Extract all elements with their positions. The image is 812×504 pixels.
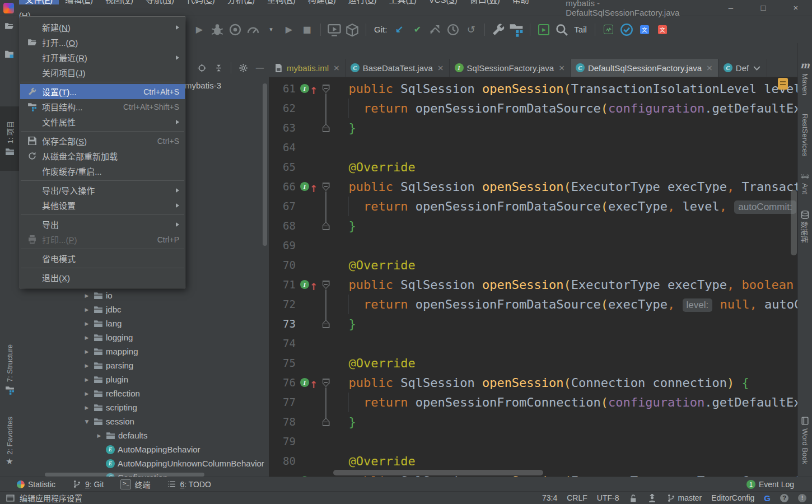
- expand-arrow-icon[interactable]: ▶: [83, 391, 91, 396]
- menubar-item-5[interactable]: 代码(C): [180, 0, 221, 4]
- fold-marker-icon[interactable]: [323, 320, 330, 328]
- translation-settings-icon[interactable]: ?: [780, 494, 788, 502]
- expand-arrow-icon[interactable]: ▶: [83, 293, 91, 298]
- file-menu-item-14[interactable]: 其他设置: [20, 198, 185, 213]
- editor-tab-BaseDataTest-java[interactable]: CBaseDataTest.java×: [346, 59, 450, 77]
- editor-horizontal-scrollbar[interactable]: [333, 470, 543, 475]
- toolbar-git-update-icon[interactable]: ↙: [392, 22, 407, 37]
- expand-arrow-icon[interactable]: ▼: [83, 419, 91, 424]
- lock-icon[interactable]: [628, 493, 638, 503]
- toolbar-git-commit-icon[interactable]: ✔: [410, 22, 424, 37]
- tree-item-lang[interactable]: ▶lang: [20, 316, 269, 330]
- editor-tab-SqlSessionFactory-java[interactable]: ISqlSessionFactory.java×: [450, 59, 571, 77]
- panel-settings-icon[interactable]: [239, 63, 248, 73]
- toolbar-run-icon[interactable]: ▶: [192, 22, 207, 37]
- implementing-method-gutter-icon[interactable]: I: [300, 182, 309, 191]
- file-menu-item-2[interactable]: 打开最近(R): [20, 50, 185, 65]
- file-menu-item-7[interactable]: 文件属性: [20, 114, 185, 129]
- tab-list-chevron-icon[interactable]: [752, 63, 762, 73]
- toolbar-run-dashboard-icon[interactable]: [327, 22, 342, 37]
- tool-window-button-[interactable]: >_终端: [120, 479, 150, 490]
- code-editor[interactable]: 61I↑public SqlSession openSession(Transa…: [269, 77, 798, 477]
- implementing-method-gutter-icon[interactable]: I: [300, 84, 309, 93]
- menubar-item-1[interactable]: 文件(F): [19, 0, 59, 4]
- tree-item-session[interactable]: ▼session: [20, 414, 269, 428]
- close-button[interactable]: ×: [780, 0, 812, 16]
- file-menu-item-1[interactable]: 打开...(O): [20, 35, 185, 50]
- tree-item-AutoMappingBehavior[interactable]: EAutoMappingBehavior: [20, 442, 269, 456]
- toolbar-search-icon[interactable]: [554, 22, 569, 37]
- editor-vertical-scrollbar[interactable]: [791, 190, 797, 255]
- implementing-method-gutter-icon[interactable]: I: [300, 378, 309, 387]
- toolbar-translate-blue-icon[interactable]: 文: [637, 22, 652, 37]
- expand-arrow-icon[interactable]: ▶: [83, 363, 91, 368]
- tool-window-button-wordbook[interactable]: Word Book: [798, 428, 812, 464]
- maximize-button[interactable]: □: [747, 0, 780, 16]
- hide-panel-icon[interactable]: —: [255, 63, 264, 72]
- tool-window-button-structure[interactable]: 7: Structure: [0, 333, 19, 406]
- file-menu-item-5[interactable]: 设置(T)...Ctrl+Alt+S: [20, 84, 185, 99]
- expand-arrow-icon[interactable]: ▶: [83, 307, 91, 312]
- toolbar-profiler-icon[interactable]: [246, 22, 260, 37]
- locate-file-icon[interactable]: [197, 63, 207, 73]
- expand-arrow-icon[interactable]: ▶: [83, 405, 91, 410]
- tool-window-button-restservices[interactable]: RestServices: [798, 114, 812, 157]
- file-menu-item-13[interactable]: 导出/导入操作: [20, 183, 185, 198]
- tree-item-logging[interactable]: ▶logging: [20, 330, 269, 344]
- file-menu-item-11[interactable]: 作废缓存/重启...: [20, 164, 185, 179]
- toolbar-wrench-icon[interactable]: [491, 22, 506, 37]
- minimize-button[interactable]: –: [715, 0, 747, 16]
- tool-window-button-6todo[interactable]: 6: TODO: [167, 479, 211, 489]
- tree-item-jdbc[interactable]: ▶jdbc: [20, 302, 269, 316]
- collapse-all-icon[interactable]: [214, 63, 223, 73]
- expand-arrow-icon[interactable]: ▶: [83, 335, 91, 340]
- tab-close-icon[interactable]: ×: [333, 63, 340, 72]
- line-separator-widget[interactable]: CRLF: [567, 493, 587, 502]
- hector-inspector-icon[interactable]: [647, 493, 657, 503]
- toolbar-git-diff-icon[interactable]: [428, 22, 442, 37]
- project-files-icon[interactable]: [4, 49, 14, 59]
- caret-position-widget[interactable]: 73:4: [542, 493, 557, 502]
- notification-icon[interactable]: !: [798, 494, 806, 502]
- tool-window-button-ant[interactable]: Ant: [798, 183, 812, 194]
- toolbar-caret-icon[interactable]: ▾: [264, 22, 278, 37]
- open-folder-icon[interactable]: [4, 21, 14, 31]
- menubar-item-3[interactable]: 视图(V): [99, 0, 139, 4]
- expand-arrow-icon[interactable]: ▶: [95, 433, 103, 438]
- expand-arrow-icon[interactable]: ▶: [83, 349, 91, 354]
- fold-marker-icon[interactable]: [323, 281, 330, 289]
- editor-tab-Def[interactable]: CDef: [718, 59, 767, 77]
- file-menu-item-21[interactable]: 退出(X): [20, 270, 185, 285]
- tab-close-icon[interactable]: ×: [706, 63, 713, 72]
- menubar-item-7[interactable]: 重构(R): [261, 0, 302, 4]
- tree-item-defaults[interactable]: ▶defaults: [20, 428, 269, 442]
- fold-marker-icon[interactable]: [323, 222, 330, 230]
- toolbar-stop-icon[interactable]: ■: [300, 22, 314, 37]
- fold-marker-icon[interactable]: [323, 124, 330, 132]
- tree-item-parsing[interactable]: ▶parsing: [20, 358, 269, 372]
- file-menu-item-3[interactable]: 关闭项目(J): [20, 65, 185, 80]
- git-branch-widget[interactable]: master: [666, 493, 702, 503]
- file-menu-item-9[interactable]: 保存全部(S)Ctrl+S: [20, 133, 185, 148]
- ant-icon[interactable]: [798, 172, 812, 181]
- toolbar-play2-icon[interactable]: ▶: [282, 22, 296, 37]
- menubar-item-11[interactable]: VCS(S): [423, 0, 464, 4]
- editor-tab-mybatis-iml[interactable]: mybatis.iml×: [269, 59, 346, 77]
- menubar-item-2[interactable]: 编辑(E): [59, 0, 99, 4]
- expand-arrow-icon[interactable]: ▶: [83, 321, 91, 326]
- tool-window-button-favorites[interactable]: 2: Favorites★: [0, 407, 19, 475]
- tree-item-plugin[interactable]: ▶plugin: [20, 372, 269, 386]
- tool-window-button-maven[interactable]: Maven: [798, 73, 812, 95]
- maven-icon[interactable]: m: [798, 60, 812, 71]
- tree-item-reflection[interactable]: ▶reflection: [20, 386, 269, 400]
- fold-marker-icon[interactable]: [323, 85, 330, 93]
- fold-marker-icon[interactable]: [323, 183, 330, 191]
- encoding-widget[interactable]: UTF-8: [597, 493, 619, 502]
- menubar-item-12[interactable]: 窗口(W): [464, 0, 506, 4]
- tab-close-icon[interactable]: ×: [437, 63, 444, 72]
- project-tree-vertical-scrollbar[interactable]: [263, 83, 267, 246]
- menubar-item-10[interactable]: 工具(T): [383, 0, 423, 4]
- tree-item-mapping[interactable]: ▶mapping: [20, 344, 269, 358]
- file-menu-item-10[interactable]: 从磁盘全部重新加载: [20, 148, 185, 164]
- tree-item-io[interactable]: ▶io: [20, 288, 269, 302]
